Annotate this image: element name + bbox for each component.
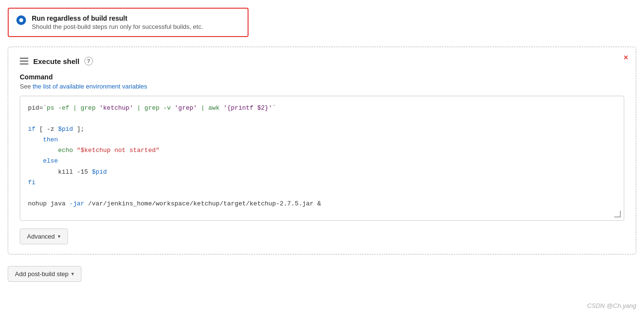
close-button[interactable]: × [624,54,628,62]
chevron-down-icon-add: ▾ [71,271,74,277]
code-line-10: nohup java -jar /var/jenkins_home/worksp… [28,199,616,209]
watermark: CSDN @Ch.yang [587,302,636,309]
advanced-label: Advanced [27,233,55,240]
code-line-7: kill -15 $pid [28,167,616,178]
radio-sublabel: Should the post-build steps run only for… [32,23,203,30]
shell-title: Execute shell [33,57,79,65]
command-code-editor[interactable]: pid=`ps -ef | grep 'ketchup' | grep -v '… [20,96,624,221]
code-line-5: echo "$ketchup not started" [28,145,616,156]
drag-handle-icon[interactable] [20,58,28,64]
advanced-button[interactable]: Advanced ▾ [20,228,68,244]
radio-button[interactable] [16,15,26,25]
env-vars-link[interactable]: the list of available environment variab… [33,83,147,90]
code-line-1: pid=`ps -ef | grep 'ketchup' | grep -v '… [28,103,616,114]
execute-shell-card: Execute shell ? × Command See the list o… [8,47,636,254]
shell-header: Execute shell ? [20,57,624,65]
chevron-down-icon: ▾ [58,233,61,240]
command-label: Command [20,73,624,81]
help-icon[interactable]: ? [84,57,93,65]
radio-card[interactable]: Run regardless of build result Should th… [8,8,249,37]
add-step-label: Add post-build step [15,270,68,278]
code-line-8: fi [28,178,616,188]
env-vars-text: See the list of available environment va… [20,83,624,90]
code-line-4: then [28,135,616,145]
radio-label: Run regardless of build result [32,14,203,22]
radio-text: Run regardless of build result Should th… [32,14,203,30]
code-line-3: if [ -z $pid ]; [28,124,616,135]
add-post-build-step-button[interactable]: Add post-build step ▾ [8,266,81,282]
code-line-2 [28,114,616,124]
code-line-6: else [28,156,616,166]
code-line-9 [28,188,616,199]
